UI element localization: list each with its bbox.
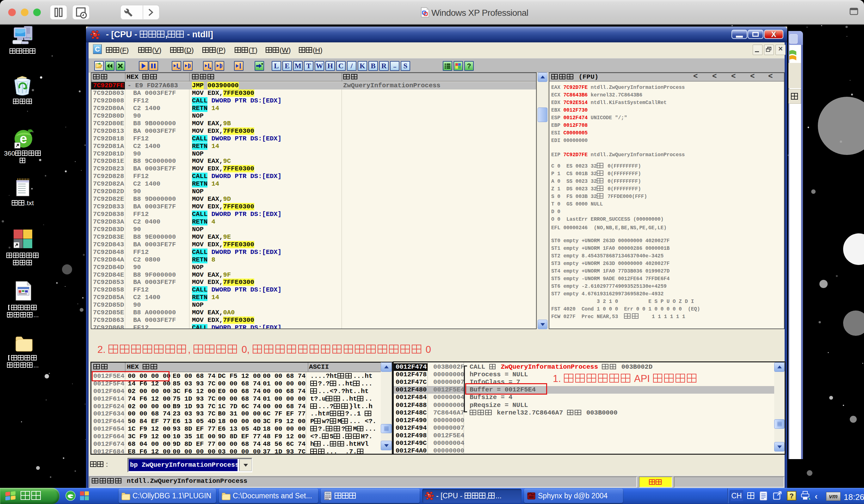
svg-text:e: e <box>20 131 27 146</box>
